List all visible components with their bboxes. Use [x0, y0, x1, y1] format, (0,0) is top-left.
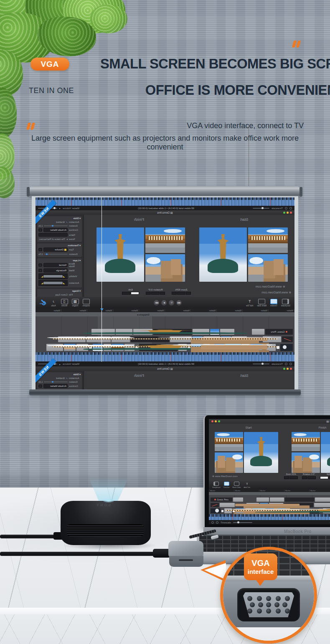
statue-photo [199, 227, 247, 282]
stepper[interactable]: ◦ [38, 228, 42, 232]
audio-waveform-strip [36, 352, 294, 361]
stepper[interactable]: ◦ [38, 248, 42, 251]
storyboard-button[interactable]: Storyboard [212, 482, 221, 488]
projected-app-screen: Timescale 68 slides total (0:04:14) • 1 … [36, 197, 294, 390]
app-toolbar: Storyboard Timeline Blank Slide TAdd Tit… [36, 297, 294, 308]
track-row-1[interactable]: Cusco, Peru [37, 329, 293, 335]
window-titlebar: ▤ Demo.fms [209, 419, 330, 424]
inspector-transition-section: ▾ Transition TypeDissolve◦ Duration0.5s [37, 243, 82, 257]
track-row-2[interactable] [211, 503, 330, 507]
window-title: ▤ Demo.fms [36, 211, 294, 215]
zoom-control[interactable]: Zoom 63% [284, 473, 298, 479]
headline-line2: OFFICE IS MORE CONVENIENT [145, 82, 302, 98]
transition-duration-slider[interactable] [44, 254, 68, 255]
start-pane-header: Start [219, 217, 269, 222]
inspector-slide-section: ▾ Slide Animation✓Enabled Duration1.0s C… [37, 216, 82, 242]
add-title-button[interactable]: TAdd Title [244, 482, 251, 488]
snippets-button[interactable]: Snippets [83, 299, 90, 307]
stepper[interactable]: ◦ [38, 269, 42, 272]
blank-slide-button[interactable]: Blank Slide [257, 299, 267, 307]
fit-icon[interactable] [289, 363, 292, 365]
finish-pane-header: Finish [302, 426, 330, 429]
next-button[interactable]: ▶▶ [154, 300, 160, 306]
timeline-ruler[interactable]: MarkerMarkerMarkerMarkerMarkerMarkerMark… [36, 308, 294, 312]
app-statusbar: Timescale 68 slides total (0:04:14) • 1 … [36, 361, 294, 366]
finish-pane-header: Finish [114, 217, 164, 222]
finish-collage[interactable] [292, 432, 330, 473]
magnify-icon[interactable] [285, 207, 287, 210]
transition-type-dropdown[interactable]: Dissolve [43, 247, 68, 252]
snippets-group-row[interactable]: Snippets ▸ [209, 492, 330, 495]
wrench-icon [41, 299, 45, 304]
start-pane-header: Start [228, 426, 269, 429]
track-row-2[interactable] [37, 336, 293, 342]
timeline-tracks[interactable]: Cusco, Peru [209, 495, 330, 514]
audio-waveform-strip [36, 197, 294, 206]
blank-slide-button[interactable]: Blank Slide [233, 482, 241, 488]
magnify-icon[interactable] [216, 521, 218, 524]
timeline-ruler[interactable]: MarkerMarkerMarkerMarkerMarkerMarkerMark… [209, 489, 330, 492]
window-titlebar: ▤ Demo.fms [36, 366, 294, 371]
name-field[interactable] [38, 233, 68, 237]
watermark: ⊕ www.MacDown.com [212, 475, 238, 477]
track-row-3[interactable]: snippets [37, 344, 293, 351]
blend-mode-dropdown[interactable]: Normal [43, 263, 68, 267]
playhead[interactable] [102, 197, 102, 362]
images-button[interactable]: ▦Images [72, 299, 79, 307]
add-title-button[interactable]: TAdd Title [246, 299, 254, 307]
vga-cable-plug [153, 549, 170, 558]
play-button[interactable]: ▶ [162, 300, 167, 306]
vga-port-face[interactable] [243, 592, 294, 617]
mask-toggle[interactable]: Rectangle [43, 268, 68, 273]
screen-weight-bar [29, 389, 301, 395]
loop-button[interactable]: ↻ [169, 300, 175, 306]
timeline-button[interactable]: Timeline [223, 482, 230, 488]
rotation-control[interactable]: Rotation 0.0° [302, 473, 316, 479]
storyboard-button[interactable]: Storyboard [281, 299, 290, 307]
stepper[interactable]: ◦ [38, 263, 42, 267]
continue-dropdown[interactable]: At Audio Marker [43, 228, 68, 232]
duration-slider[interactable] [44, 225, 68, 226]
projector-vent [67, 524, 144, 536]
rotation-control[interactable]: Rotation 0.0° [146, 288, 165, 295]
timescale-slider[interactable] [253, 364, 269, 364]
edit-toggle[interactable]: Edit [122, 288, 139, 295]
statue-photo [96, 227, 144, 282]
projector [61, 501, 151, 545]
timeline-button[interactable]: Timeline [270, 299, 277, 307]
start-collage[interactable] [215, 432, 278, 473]
timescale-slider[interactable] [233, 522, 252, 523]
visibility-envelope-widget[interactable] [38, 273, 68, 279]
preview-area-partial: Start Finish ▾ Slide Animation✓Enabled D… [36, 371, 294, 390]
preview-controls: Zoom 63% Rotation 0.0° Edit [284, 473, 330, 479]
playhead-marker-icon [100, 308, 104, 312]
timeline-tracks[interactable]: Cusco, Peru [36, 316, 294, 352]
finish-collage[interactable] [96, 227, 185, 282]
fit-icon[interactable] [211, 521, 214, 524]
plaza-photo [145, 227, 185, 253]
magnify-icon[interactable] [285, 363, 287, 365]
snippets-group-row[interactable]: Snippets ▸ [36, 312, 294, 316]
options-button[interactable]: Options [40, 301, 46, 305]
vga-badge: VGA [30, 58, 69, 71]
cathedral-photo [248, 254, 288, 282]
zoom-control[interactable]: Zoom 63% [172, 288, 191, 295]
audio-button[interactable]: ♪Audio [50, 299, 57, 307]
animation-envelope-widget[interactable] [38, 280, 68, 286]
edit-toggle[interactable]: Edit [320, 473, 330, 479]
projector-screen-housing [28, 186, 302, 197]
timescale-slider[interactable] [253, 208, 269, 209]
start-collage[interactable] [199, 227, 288, 282]
fit-icon[interactable] [289, 207, 292, 210]
laptop-model-label: MacBook Pro [284, 529, 312, 534]
track-row-1[interactable]: Cusco, Peru [211, 498, 330, 502]
quote-mark-left [26, 123, 34, 131]
plaza-photo [248, 227, 288, 253]
screen-pull-cord[interactable] [249, 125, 249, 188]
usb-hub-front [169, 556, 203, 567]
previous-button[interactable]: ◀◀ [177, 300, 182, 306]
headline-line1: SMALL SCREEN BECOMES BIG SCREEN [100, 56, 301, 72]
track-row-3[interactable]: snippets [211, 508, 330, 513]
cathedral-photo [145, 254, 185, 282]
movies-button[interactable]: ▯Movies [61, 299, 68, 307]
